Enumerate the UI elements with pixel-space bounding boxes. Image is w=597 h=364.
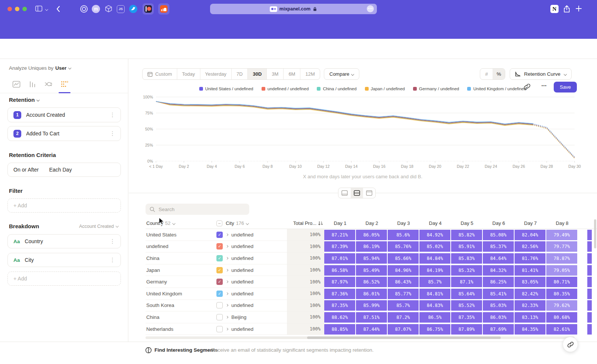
tab-flows[interactable] — [43, 80, 54, 89]
retention-cell[interactable]: 85.08% — [483, 230, 514, 240]
retention-cell[interactable]: 87.44% — [356, 324, 387, 335]
retention-step-1[interactable]: 1 Account Created ⋮ — [7, 107, 121, 122]
unit-absolute[interactable]: # — [480, 69, 493, 79]
column-country[interactable]: Country52 — [146, 220, 216, 226]
table-row[interactable]: Germany✓undefined100%87.97%86.52%86.43%8… — [146, 276, 597, 288]
chevron-right-icon[interactable] — [226, 328, 228, 330]
retention-cell[interactable]: 86.05% — [356, 230, 387, 240]
retention-cell[interactable]: 85.99% — [356, 300, 387, 311]
retention-cell[interactable]: 83.13% — [515, 312, 546, 323]
retention-cell[interactable]: 85.37% — [483, 241, 514, 252]
retention-cell[interactable]: 79.62% — [546, 300, 577, 311]
retention-cell[interactable]: 87.01% — [324, 253, 355, 264]
vertical-scrollbar-thumb[interactable] — [594, 219, 596, 248]
tab-funnels[interactable] — [27, 80, 38, 89]
retention-cell[interactable]: 87.39% — [324, 241, 355, 252]
sidebar-toggle-icon[interactable] — [35, 5, 43, 12]
retention-cell[interactable]: 85.02% — [419, 241, 450, 252]
retention-cell[interactable]: 88.85% — [324, 324, 355, 335]
chevron-right-icon[interactable] — [226, 269, 228, 272]
breakdown-add-button[interactable]: + Add — [7, 272, 121, 286]
tab-overview-chevron-icon[interactable] — [46, 6, 48, 13]
extension-patreon-icon[interactable] — [143, 3, 154, 15]
layout-top-icon[interactable] — [363, 188, 375, 198]
close-window-button[interactable] — [7, 7, 12, 11]
range-custom[interactable]: Custom — [143, 69, 177, 79]
chart-type-button[interactable]: Retention Curve — [510, 68, 572, 80]
extension-soundcloud-icon[interactable] — [158, 3, 169, 15]
table-row[interactable]: ChinaBeijing100%88.62%87.51%87.2%86.5%87… — [146, 311, 597, 323]
chevron-right-icon[interactable] — [226, 316, 228, 318]
retention-cell[interactable]: 85.64% — [451, 289, 482, 299]
retention-cell[interactable]: 87.21% — [324, 230, 355, 240]
retention-cell[interactable]: 85.32% — [451, 265, 482, 276]
retention-cell[interactable]: 86.43% — [388, 277, 419, 287]
retention-cell[interactable]: 80.71% — [546, 277, 577, 287]
retention-cell[interactable]: 87.2% — [388, 312, 419, 323]
table-search-input[interactable]: Search — [146, 204, 249, 215]
extension-m-icon[interactable]: m — [92, 5, 100, 13]
range-today[interactable]: Today — [177, 69, 200, 79]
row-checkbox[interactable] — [216, 302, 223, 308]
retention-cell[interactable]: 88.62% — [324, 312, 355, 323]
chevron-right-icon[interactable] — [226, 257, 228, 260]
legend-item[interactable]: United Kingdom / undefined — [467, 87, 526, 91]
row-checkbox[interactable]: ✓ — [216, 267, 223, 273]
retention-criteria-card[interactable]: On or After Each Day — [7, 163, 121, 177]
retention-cell[interactable]: 82.61% — [546, 324, 577, 335]
retention-cell[interactable]: 86.03% — [483, 312, 514, 323]
kebab-menu-icon[interactable]: ⋮ — [110, 238, 115, 245]
select-all-checkbox[interactable]: – — [216, 220, 222, 226]
table-row[interactable]: United Kingdom✓undefined100%87.36%86.01%… — [146, 288, 597, 300]
retention-cell[interactable]: 86.5% — [419, 312, 450, 323]
tab-retention[interactable] — [59, 80, 70, 89]
column-day-2[interactable]: Day 2 — [356, 220, 388, 226]
row-checkbox[interactable] — [216, 326, 223, 332]
retention-cell[interactable]: 85.52% — [451, 300, 482, 311]
row-checkbox[interactable] — [216, 314, 223, 320]
criteria-each-day[interactable]: Each Day — [49, 167, 72, 173]
retention-cell[interactable]: 84.83% — [419, 300, 450, 311]
back-icon[interactable] — [56, 6, 60, 12]
retention-cell[interactable]: 82.33% — [515, 300, 546, 311]
retention-cell[interactable]: 80.68% — [546, 312, 577, 323]
retention-cell[interactable]: 85.83% — [451, 253, 482, 264]
retention-cell[interactable]: 87.97% — [324, 277, 355, 287]
column-day-1[interactable]: Day 1 — [324, 220, 356, 226]
retention-cell[interactable]: 80.35% — [546, 289, 577, 299]
breakdown-context[interactable]: Account Created — [79, 224, 118, 229]
column-day-8[interactable]: Day 8 — [546, 220, 578, 226]
share-link-fab[interactable] — [563, 337, 578, 352]
range-12m[interactable]: 12M — [300, 69, 319, 79]
range-7d[interactable]: 7D — [231, 69, 248, 79]
retention-cell[interactable]: 87.51% — [356, 312, 387, 323]
retention-cell[interactable]: 87.89% — [451, 324, 482, 335]
retention-cell[interactable]: 79.05% — [546, 265, 577, 276]
column-day-3[interactable]: Day 3 — [388, 220, 419, 226]
retention-cell[interactable]: 84.92% — [419, 230, 450, 240]
retention-cell[interactable]: 86.75% — [419, 324, 450, 335]
table-row[interactable]: undefined✓undefined100%87.39%86.19%85.76… — [146, 241, 597, 253]
table-row[interactable]: Japan✓undefined100%86.58%85.49%84.96%84.… — [146, 264, 597, 276]
retention-cell[interactable]: 85.76% — [388, 241, 419, 252]
column-day-4[interactable]: Day 4 — [419, 220, 451, 226]
retention-cell[interactable]: 84.84% — [419, 253, 450, 264]
chevron-right-icon[interactable] — [226, 292, 228, 295]
retention-cell[interactable]: 85.82% — [451, 230, 482, 240]
breakdown-country[interactable]: Aa Country ⋮ — [7, 234, 121, 248]
retention-cell[interactable]: 79.77% — [546, 241, 577, 252]
legend-item[interactable]: undefined / undefined — [262, 87, 309, 91]
retention-cell[interactable]: 87.36% — [324, 289, 355, 299]
column-total[interactable]: Total Pro... — [287, 220, 324, 226]
retention-cell[interactable]: 82.56% — [515, 241, 546, 252]
retention-cell[interactable]: 87.1% — [451, 277, 482, 287]
kebab-menu-icon[interactable]: ⋮ — [110, 257, 115, 263]
unit-percent[interactable]: % — [493, 69, 505, 79]
retention-cell[interactable]: 85.03% — [483, 300, 514, 311]
column-day-7[interactable]: Day 7 — [515, 220, 546, 226]
new-tab-icon[interactable] — [575, 5, 582, 12]
retention-cell[interactable]: 79.49% — [546, 230, 577, 240]
retention-cell[interactable]: 85.41% — [483, 289, 514, 299]
retention-cell[interactable]: 83.05% — [515, 277, 546, 287]
horizontal-scrollbar-thumb[interactable] — [307, 336, 501, 339]
